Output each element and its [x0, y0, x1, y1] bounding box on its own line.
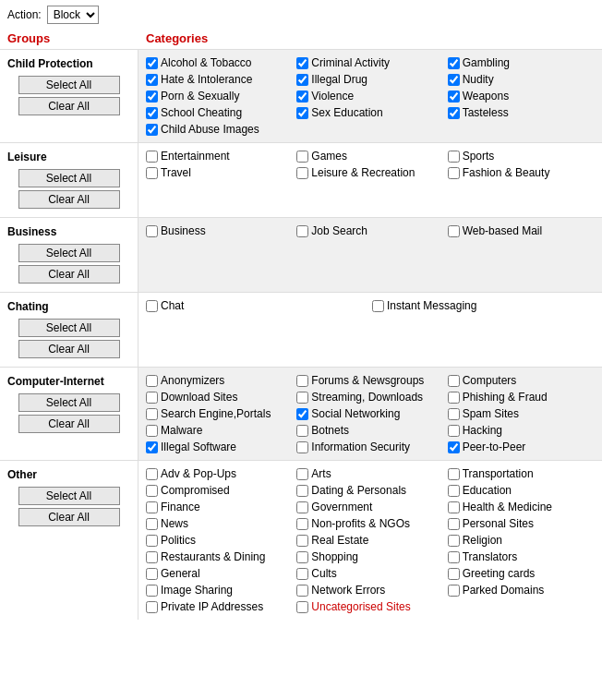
category-checkbox-computer-internet-5[interactable] [448, 392, 460, 404]
category-label: Botnets [311, 424, 349, 437]
category-checkbox-business-2[interactable] [448, 225, 460, 237]
categories-panel-leisure: EntertainmentGamesSportsTravelLeisure & … [138, 143, 602, 217]
category-checkbox-child-protection-5[interactable] [448, 74, 460, 86]
category-checkbox-computer-internet-3[interactable] [146, 392, 158, 404]
select-all-button-child-protection[interactable]: Select All [18, 76, 120, 94]
category-checkbox-computer-internet-1[interactable] [296, 375, 308, 387]
category-checkbox-other-23[interactable] [448, 585, 460, 597]
category-checkbox-child-protection-11[interactable] [448, 107, 460, 119]
group-name-chating: Chating [7, 300, 130, 313]
category-label: Non-profits & NGOs [311, 517, 410, 530]
category-checkbox-leisure-3[interactable] [146, 167, 158, 179]
category-label: Hate & Intolerance [161, 73, 252, 86]
category-checkbox-business-0[interactable] [146, 225, 158, 237]
category-checkbox-child-protection-6[interactable] [146, 91, 158, 103]
group-name-business: Business [7, 225, 130, 238]
category-checkbox-other-6[interactable] [146, 501, 158, 513]
clear-all-button-child-protection[interactable]: Clear All [18, 97, 120, 115]
category-checkbox-other-2[interactable] [448, 468, 460, 480]
category-checkbox-computer-internet-2[interactable] [448, 375, 460, 387]
select-all-button-other[interactable]: Select All [18, 487, 120, 505]
category-checkbox-other-11[interactable] [448, 518, 460, 530]
category-checkbox-other-12[interactable] [146, 535, 158, 547]
category-checkbox-other-17[interactable] [448, 551, 460, 563]
clear-all-button-leisure[interactable]: Clear All [18, 190, 120, 209]
clear-all-button-business[interactable]: Clear All [18, 265, 120, 284]
category-checkbox-other-24[interactable] [146, 601, 158, 613]
category-checkbox-child-protection-1[interactable] [296, 57, 308, 69]
category-item: Hacking [448, 423, 595, 438]
category-item: Alcohol & Tobacco [146, 55, 293, 70]
category-checkbox-other-14[interactable] [448, 535, 460, 547]
category-checkbox-computer-internet-6[interactable] [146, 408, 158, 420]
category-checkbox-computer-internet-9[interactable] [146, 425, 158, 437]
category-checkbox-child-protection-2[interactable] [448, 57, 460, 69]
clear-all-button-computer-internet[interactable]: Clear All [18, 415, 120, 433]
header-row: Groups Categories [0, 30, 602, 49]
category-checkbox-child-protection-12[interactable] [146, 124, 158, 136]
category-checkbox-child-protection-8[interactable] [448, 91, 460, 103]
category-checkbox-child-protection-7[interactable] [296, 91, 308, 103]
category-label: Transportation [463, 467, 534, 480]
category-label: Forums & Newsgroups [311, 374, 424, 387]
category-checkbox-other-22[interactable] [296, 585, 308, 597]
category-item: Adv & Pop-Ups [146, 466, 293, 481]
category-checkbox-other-10[interactable] [296, 518, 308, 530]
category-checkbox-other-3[interactable] [146, 485, 158, 497]
category-checkbox-computer-internet-10[interactable] [296, 425, 308, 437]
category-checkbox-leisure-0[interactable] [146, 151, 158, 163]
category-checkbox-other-18[interactable] [146, 568, 158, 580]
category-checkbox-leisure-1[interactable] [296, 151, 308, 163]
category-checkbox-other-16[interactable] [296, 551, 308, 563]
category-checkbox-computer-internet-4[interactable] [296, 392, 308, 404]
category-item: Violence [296, 89, 443, 103]
select-all-button-computer-internet[interactable]: Select All [18, 393, 120, 412]
select-all-button-business[interactable]: Select All [18, 244, 120, 262]
category-checkbox-other-5[interactable] [448, 485, 460, 497]
category-checkbox-other-4[interactable] [296, 485, 308, 497]
category-checkbox-child-protection-10[interactable] [296, 107, 308, 119]
category-checkbox-computer-internet-14[interactable] [448, 441, 460, 453]
category-checkbox-child-protection-9[interactable] [146, 107, 158, 119]
action-bar: Action: BlockAllowWarn [0, 0, 602, 30]
category-checkbox-computer-internet-7[interactable] [296, 408, 308, 420]
category-checkbox-leisure-4[interactable] [296, 167, 308, 179]
category-item: School Cheating [146, 105, 293, 120]
category-checkbox-other-21[interactable] [146, 585, 158, 597]
select-all-button-leisure[interactable]: Select All [18, 169, 120, 187]
category-checkbox-computer-internet-11[interactable] [448, 425, 460, 437]
category-label: Government [311, 501, 372, 513]
category-item: Computers [448, 373, 595, 388]
category-checkbox-other-9[interactable] [146, 518, 158, 530]
category-checkbox-other-0[interactable] [146, 468, 158, 480]
category-checkbox-leisure-5[interactable] [448, 167, 460, 179]
category-checkbox-child-protection-0[interactable] [146, 57, 158, 69]
category-item: Instant Messaging [372, 298, 595, 313]
clear-all-button-other[interactable]: Clear All [18, 508, 120, 526]
category-checkbox-computer-internet-0[interactable] [146, 375, 158, 387]
category-checkbox-computer-internet-12[interactable] [146, 441, 158, 453]
category-checkbox-other-8[interactable] [448, 501, 460, 513]
category-checkbox-other-15[interactable] [146, 551, 158, 563]
select-all-button-chating[interactable]: Select All [18, 319, 120, 337]
category-checkbox-business-1[interactable] [296, 225, 308, 237]
category-checkbox-chating-1[interactable] [372, 300, 384, 312]
category-item: Health & Medicine [448, 500, 595, 514]
clear-all-button-chating[interactable]: Clear All [18, 340, 120, 358]
category-checkbox-other-19[interactable] [296, 568, 308, 580]
category-checkbox-other-25[interactable] [296, 601, 308, 613]
category-label: Illegal Drug [311, 73, 367, 86]
category-checkbox-other-1[interactable] [296, 468, 308, 480]
action-select[interactable]: BlockAllowWarn [47, 6, 99, 24]
category-checkbox-other-13[interactable] [296, 535, 308, 547]
category-checkbox-chating-0[interactable] [146, 300, 158, 312]
category-checkbox-leisure-2[interactable] [448, 151, 460, 163]
group-section-computer-internet: Computer-InternetSelect AllClear AllAnon… [0, 367, 602, 460]
category-checkbox-child-protection-4[interactable] [296, 74, 308, 86]
category-checkbox-computer-internet-13[interactable] [296, 441, 308, 453]
category-checkbox-computer-internet-8[interactable] [448, 408, 460, 420]
category-checkbox-child-protection-3[interactable] [146, 74, 158, 86]
group-section-business: BusinessSelect AllClear AllBusinessJob S… [0, 217, 602, 292]
category-checkbox-other-20[interactable] [448, 568, 460, 580]
category-checkbox-other-7[interactable] [296, 501, 308, 513]
